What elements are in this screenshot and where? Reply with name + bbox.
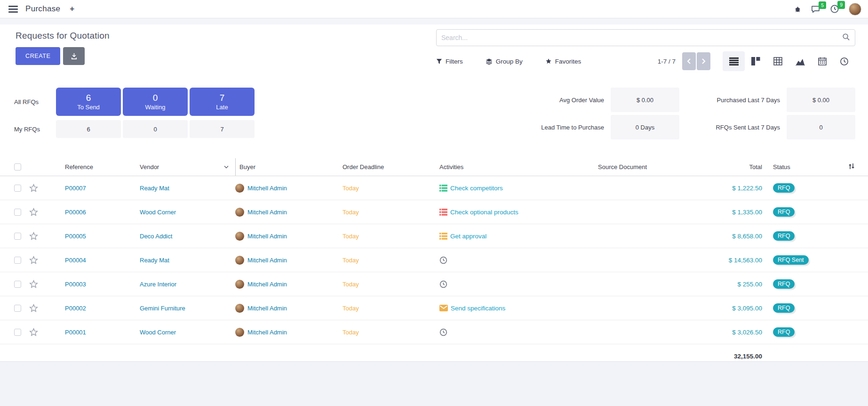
- order-deadline-cell[interactable]: Today: [342, 281, 439, 288]
- table-row[interactable]: P00003 Azure Interior Mitchell Admin Tod…: [0, 272, 868, 296]
- pager-previous-button[interactable]: [682, 52, 696, 70]
- table-row[interactable]: P00004 Ready Mat Mitchell Admin Today $ …: [0, 248, 868, 272]
- table-row[interactable]: P00001 Wood Corner Mitchell Admin Today …: [0, 320, 868, 344]
- table-row[interactable]: P00007 Ready Mat Mitchell Admin Today Ch…: [0, 176, 868, 200]
- debug-bug-icon[interactable]: [794, 6, 801, 13]
- activity-label[interactable]: Get approval: [450, 233, 486, 240]
- order-deadline-cell[interactable]: Today: [342, 257, 439, 264]
- row-checkbox[interactable]: [14, 233, 21, 240]
- row-checkbox[interactable]: [14, 185, 21, 192]
- activity-label[interactable]: Send specifications: [451, 305, 505, 312]
- user-avatar[interactable]: [849, 3, 861, 16]
- calendar-view-button[interactable]: [811, 51, 833, 71]
- header-status[interactable]: Status: [764, 163, 835, 171]
- reference-link[interactable]: P00002: [51, 305, 138, 312]
- favorite-star-icon[interactable]: [29, 232, 51, 241]
- table-row[interactable]: P00006 Wood Corner Mitchell Admin Today …: [0, 200, 868, 224]
- search-icon[interactable]: [842, 33, 850, 42]
- total-cell[interactable]: $ 3,095.00: [706, 305, 764, 312]
- vendor-link[interactable]: Ready Mat: [140, 185, 169, 192]
- buyer-link[interactable]: Mitchell Admin: [247, 305, 287, 312]
- header-source-document[interactable]: Source Document: [598, 163, 706, 171]
- table-row[interactable]: P00002 Gemini Furniture Mitchell Admin T…: [0, 296, 868, 320]
- activity-view-button[interactable]: [833, 51, 855, 71]
- waiting-card[interactable]: 0 Waiting: [123, 88, 188, 116]
- order-deadline-cell[interactable]: Today: [342, 185, 439, 192]
- order-deadline-cell[interactable]: Today: [342, 329, 439, 336]
- buyer-link[interactable]: Mitchell Admin: [247, 257, 287, 264]
- favorite-star-icon[interactable]: [29, 304, 51, 313]
- my-to-send-cell[interactable]: 6: [56, 120, 121, 138]
- header-buyer[interactable]: Buyer: [235, 158, 342, 176]
- row-checkbox[interactable]: [14, 257, 21, 264]
- row-checkbox[interactable]: [14, 329, 21, 336]
- vendor-link[interactable]: Ready Mat: [140, 257, 169, 264]
- row-checkbox[interactable]: [14, 305, 21, 312]
- search-input[interactable]: [441, 34, 842, 41]
- favorite-star-icon[interactable]: [29, 184, 51, 193]
- buyer-link[interactable]: Mitchell Admin: [247, 281, 287, 288]
- my-waiting-cell[interactable]: 0: [123, 120, 188, 138]
- activities-icon[interactable]: 9: [830, 4, 839, 14]
- reference-link[interactable]: P00004: [51, 257, 138, 264]
- vendor-link[interactable]: Gemini Furniture: [140, 305, 185, 312]
- activity-label[interactable]: Check competitors: [450, 185, 503, 192]
- my-late-cell[interactable]: 7: [190, 120, 255, 138]
- group-by-button[interactable]: Group By: [486, 58, 523, 65]
- favorites-button[interactable]: Favorites: [545, 58, 581, 65]
- vendor-link[interactable]: Wood Corner: [140, 209, 176, 216]
- favorite-star-icon[interactable]: [29, 328, 51, 337]
- buyer-link[interactable]: Mitchell Admin: [247, 329, 287, 336]
- app-title[interactable]: Purchase: [25, 4, 60, 14]
- favorite-star-icon[interactable]: [29, 208, 51, 217]
- row-checkbox[interactable]: [14, 209, 21, 216]
- late-card[interactable]: 7 Late: [190, 88, 255, 116]
- header-order-deadline[interactable]: Order Deadline: [342, 163, 439, 171]
- activity-label[interactable]: Check optional products: [450, 209, 518, 216]
- create-button[interactable]: CREATE: [16, 47, 60, 65]
- optional-columns-icon[interactable]: [848, 162, 855, 171]
- buyer-link[interactable]: Mitchell Admin: [247, 233, 287, 240]
- header-activities[interactable]: Activities: [439, 163, 598, 171]
- reference-link[interactable]: P00006: [51, 209, 138, 216]
- reference-link[interactable]: P00005: [51, 233, 138, 240]
- schedule-activity-clock-icon[interactable]: [439, 328, 447, 336]
- header-total[interactable]: Total: [706, 163, 764, 171]
- favorite-star-icon[interactable]: [29, 256, 51, 265]
- header-vendor[interactable]: Vendor: [138, 163, 235, 171]
- vendor-link[interactable]: Azure Interior: [140, 281, 176, 288]
- graph-view-button[interactable]: [789, 51, 811, 71]
- vendor-link[interactable]: Wood Corner: [140, 329, 176, 336]
- messages-icon[interactable]: 5: [811, 5, 820, 14]
- search-box[interactable]: [436, 29, 855, 46]
- row-checkbox[interactable]: [14, 281, 21, 288]
- apps-menu-icon[interactable]: [8, 6, 18, 13]
- pager-next-button[interactable]: [697, 52, 710, 70]
- kanban-view-button[interactable]: [745, 51, 767, 71]
- pivot-view-button[interactable]: [767, 51, 789, 71]
- select-all-checkbox[interactable]: [14, 163, 21, 171]
- to-send-card[interactable]: 6 To Send: [56, 88, 121, 116]
- total-cell[interactable]: $ 255.00: [706, 281, 764, 288]
- total-cell[interactable]: $ 14,563.00: [706, 257, 764, 264]
- schedule-activity-clock-icon[interactable]: [439, 256, 447, 264]
- filters-button[interactable]: Filters: [436, 58, 463, 65]
- total-cell[interactable]: $ 1,335.00: [706, 209, 764, 216]
- header-reference[interactable]: Reference: [51, 163, 138, 171]
- vendor-link[interactable]: Deco Addict: [140, 233, 172, 240]
- total-cell[interactable]: $ 8,658.00: [706, 233, 764, 240]
- order-deadline-cell[interactable]: Today: [342, 305, 439, 312]
- new-tab-button[interactable]: +: [68, 4, 76, 14]
- total-cell[interactable]: $ 1,222.50: [706, 185, 764, 192]
- export-button[interactable]: [63, 47, 85, 65]
- table-row[interactable]: P00005 Deco Addict Mitchell Admin Today …: [0, 224, 868, 248]
- reference-link[interactable]: P00007: [51, 185, 138, 192]
- favorite-star-icon[interactable]: [29, 280, 51, 289]
- order-deadline-cell[interactable]: Today: [342, 233, 439, 240]
- total-cell[interactable]: $ 3,026.50: [706, 329, 764, 336]
- buyer-link[interactable]: Mitchell Admin: [247, 209, 287, 216]
- schedule-activity-clock-icon[interactable]: [439, 280, 447, 288]
- list-view-button[interactable]: [723, 51, 745, 71]
- reference-link[interactable]: P00003: [51, 281, 138, 288]
- order-deadline-cell[interactable]: Today: [342, 209, 439, 216]
